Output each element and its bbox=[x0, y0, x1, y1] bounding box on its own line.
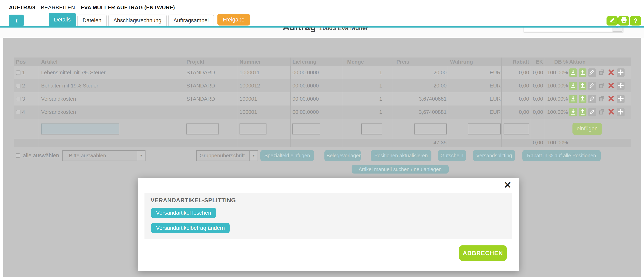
change-shipping-amount-button[interactable]: Versandartikelbetrag ändern bbox=[151, 223, 230, 233]
versandsplitting-modal: ✕ VERANDARTIKEL-SPLITTING Versandartikel… bbox=[138, 178, 519, 271]
close-icon[interactable]: ✕ bbox=[503, 179, 512, 190]
chevron-down-icon: ▼ bbox=[612, 27, 622, 31]
order-heading-bold: Auftrag bbox=[283, 27, 316, 32]
freigabe-button[interactable]: Freigabe bbox=[218, 14, 250, 25]
breadcrumb-action: BEARBEITEN bbox=[41, 4, 75, 10]
edit-button[interactable] bbox=[606, 16, 618, 25]
back-button[interactable]: ‹ bbox=[9, 14, 24, 26]
delete-shipping-article-button[interactable]: Versandartikel löschen bbox=[151, 208, 216, 218]
chevron-left-icon: ‹ bbox=[15, 16, 18, 25]
template-select[interactable]: ▼ bbox=[524, 27, 623, 32]
app-header: AUFTRAG BEARBEITEN EVA MÜLLER AUFTRAG (E… bbox=[0, 0, 644, 27]
breadcrumb: AUFTRAG BEARBEITEN EVA MÜLLER AUFTRAG (E… bbox=[9, 4, 175, 11]
tab-abschlagsrechnung[interactable]: Abschlagsrechnung bbox=[108, 14, 167, 26]
header-divider bbox=[0, 26, 644, 27]
cancel-button[interactable]: ABBRECHEN bbox=[459, 246, 506, 261]
modal-panel: VERANDARTIKEL-SPLITTING Versandartikel l… bbox=[144, 193, 512, 239]
modal-title: VERANDARTIKEL-SPLITTING bbox=[150, 197, 236, 204]
modal-divider bbox=[144, 241, 512, 241]
question-icon: ? bbox=[634, 17, 638, 24]
tab-details[interactable]: Details bbox=[49, 13, 76, 26]
subheader-strip: Auftrag10003 Eva Müller ▼ bbox=[0, 27, 644, 38]
page-title: EVA MÜLLER AUFTRAG (ENTWURF) bbox=[81, 4, 175, 10]
tab-dateien[interactable]: Dateien bbox=[78, 14, 107, 26]
print-button[interactable] bbox=[618, 16, 630, 25]
tab-auftragsampel[interactable]: Auftragsampel bbox=[168, 14, 214, 26]
breadcrumb-section: AUFTRAG bbox=[9, 4, 35, 10]
printer-icon bbox=[620, 16, 628, 25]
header-action-icons: ? bbox=[606, 16, 641, 25]
order-heading-clipped: Auftrag10003 Eva Müller bbox=[283, 27, 368, 32]
pencil-icon bbox=[609, 16, 616, 25]
help-button[interactable]: ? bbox=[630, 16, 641, 25]
tab-bar: DetailsDateienAbschlagsrechnungAuftragsa… bbox=[49, 13, 250, 26]
order-heading-rest: 10003 Eva Müller bbox=[319, 27, 368, 31]
